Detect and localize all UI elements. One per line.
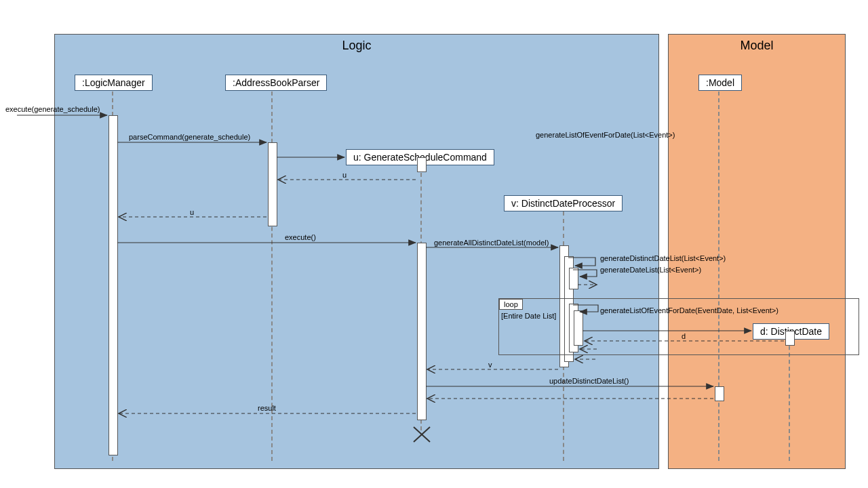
- msg-gen-date-list: generateDateList(List<Event>): [600, 266, 701, 274]
- msg-gen-list-event-top: generateListOfEventForDate(List<Event>): [536, 131, 675, 139]
- msg-return-u2: u: [190, 208, 194, 216]
- msg-update-distinct: updateDistinctDateList(): [549, 377, 629, 385]
- msg-execute-entry: execute(generate_schedule): [5, 105, 100, 113]
- msg-return-u1: u: [342, 171, 347, 179]
- msg-gen-all-distinct: generateAllDistinctDateList(model): [434, 239, 549, 247]
- msg-gen-distinct-list: generateDistinctDateList(List<Event>): [600, 254, 726, 262]
- msg-result: result: [258, 404, 276, 412]
- msg-execute-call: execute(): [285, 233, 316, 241]
- loop-label: loop: [499, 299, 523, 310]
- loop-guard: [Entire Date List]: [501, 312, 556, 320]
- loop-fragment: [498, 298, 859, 355]
- sequence-diagram: Logic Model :LogicManager :AddressBookPa…: [0, 0, 868, 488]
- msg-parse-command: parseCommand(generate_schedule): [129, 133, 250, 141]
- msg-return-v: v: [488, 361, 492, 369]
